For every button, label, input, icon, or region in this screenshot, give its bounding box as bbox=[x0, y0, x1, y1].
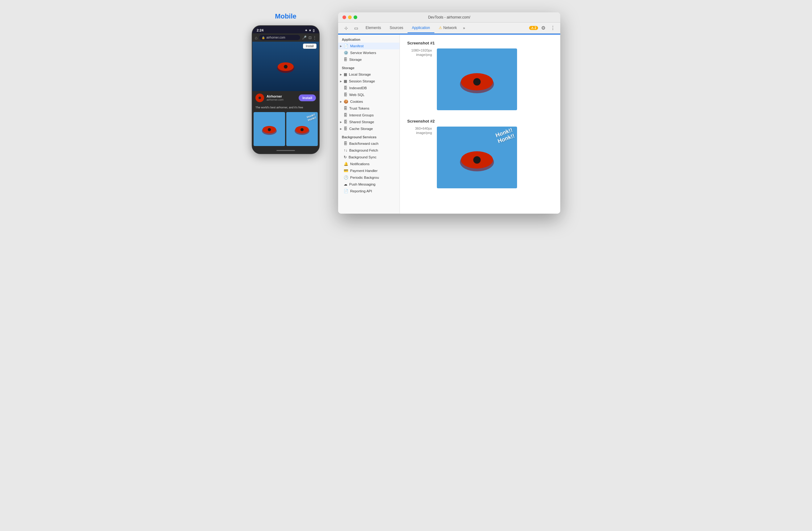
honk-text-overlay: Honk!!Honk!! bbox=[306, 113, 317, 122]
sidebar-storage-label: Storage bbox=[349, 58, 396, 61]
sidebar-item-session-storage[interactable]: ▶ ▦ Session Storage bbox=[338, 78, 400, 85]
sidebar-manifest-label: Manifest bbox=[350, 44, 396, 48]
sidebar-periodic-background-label: Periodic Backgrou bbox=[350, 176, 396, 179]
sidebar-item-indexeddb[interactable]: 🗄 IndexedDB bbox=[338, 85, 400, 92]
phone-airhorn-2 bbox=[293, 122, 311, 136]
sidebar-item-shared-storage[interactable]: ▶ 🗄 Shared Storage bbox=[338, 118, 400, 125]
screenshot-2-honk-text: Honk!!Honk!! bbox=[495, 127, 516, 144]
svg-point-5 bbox=[268, 128, 271, 131]
sidebar-local-storage-label: Local Storage bbox=[349, 72, 396, 76]
manifest-icon: 📄 bbox=[344, 44, 348, 48]
phone-status-bar: 2:24 ✦ ▼ ▯ bbox=[252, 26, 319, 33]
cache-storage-icon: 🗄 bbox=[344, 127, 347, 131]
sidebar-notifications-label: Notifications bbox=[350, 162, 396, 166]
sidebar-application-header: Application bbox=[338, 34, 400, 43]
warning-badge[interactable]: ⚠ 2 bbox=[529, 26, 538, 30]
app-name: Airhorner bbox=[266, 95, 296, 98]
sidebar-storage-header: Storage bbox=[338, 63, 400, 71]
background-fetch-icon: ↑↓ bbox=[344, 148, 347, 153]
sidebar-item-background-fetch[interactable]: ↑↓ Background Fetch bbox=[338, 147, 400, 154]
settings-icon[interactable]: ⚙ bbox=[538, 23, 549, 33]
devtools-titlebar: DevTools - airhorner.com/ bbox=[338, 12, 560, 23]
sidebar-item-reporting-api[interactable]: 📄 Reporting API bbox=[338, 188, 400, 195]
sidebar-back-forward-cache-label: Back/forward cach bbox=[349, 142, 396, 145]
screenshot-2-mime: image/png bbox=[407, 131, 432, 135]
sidebar-item-cookies[interactable]: ▶ 🍪 Cookies bbox=[338, 98, 400, 105]
phone-screenshot-2: Honk!!Honk!! bbox=[286, 112, 318, 146]
install-button[interactable]: Install bbox=[299, 95, 316, 101]
app-icon-dot bbox=[259, 97, 261, 99]
mobile-section: Mobile 2:24 ✦ ▼ ▯ ⌂ 🔒 airhorner.com 🎤 ⊡ … bbox=[252, 12, 320, 154]
tab-network[interactable]: ⚠ Network bbox=[434, 23, 461, 33]
sidebar-item-web-sql[interactable]: 🗄 Web SQL bbox=[338, 92, 400, 98]
phone-time: 2:24 bbox=[257, 28, 263, 32]
notifications-icon: 🔔 bbox=[344, 162, 348, 166]
cookies-icon: 🍪 bbox=[344, 99, 348, 104]
sidebar-trust-tokens-label: Trust Tokens bbox=[349, 107, 396, 110]
sidebar-item-service-workers[interactable]: ⚙️ Service Workers bbox=[338, 50, 400, 56]
sidebar-item-trust-tokens[interactable]: 🗄 Trust Tokens bbox=[338, 105, 400, 112]
sidebar-item-push-messaging[interactable]: ☁ Push Messaging bbox=[338, 181, 400, 188]
sidebar-item-background-sync[interactable]: ↻ Background Sync bbox=[338, 154, 400, 160]
more-tabs-button[interactable]: » bbox=[461, 24, 467, 33]
sidebar-item-back-forward-cache[interactable]: 🗄 Back/forward cach bbox=[338, 140, 400, 147]
more-options-icon[interactable]: ⋮ bbox=[549, 23, 557, 33]
tab-sources[interactable]: Sources bbox=[385, 23, 408, 33]
sidebar-item-interest-groups[interactable]: 🗄 Interest Groups bbox=[338, 112, 400, 118]
devtools-sidebar: Application ▶ 📄 Manifest ⚙️ Service Work… bbox=[338, 34, 400, 214]
cursor-icon[interactable]: ⊹ bbox=[341, 23, 351, 33]
background-sync-icon: ↻ bbox=[344, 155, 347, 159]
svg-point-2 bbox=[284, 65, 288, 69]
close-button[interactable] bbox=[343, 15, 346, 19]
tab-elements[interactable]: Elements bbox=[361, 23, 385, 33]
wifi-icon: ▼ bbox=[308, 29, 311, 32]
minimize-button[interactable] bbox=[348, 15, 352, 19]
airhorn-image bbox=[275, 59, 296, 74]
phone-content-area: Install bbox=[252, 42, 319, 91]
maximize-button[interactable] bbox=[353, 15, 357, 19]
mobile-label: Mobile bbox=[275, 12, 296, 20]
sidebar-interest-groups-label: Interest Groups bbox=[349, 113, 396, 117]
back-forward-cache-icon: 🗄 bbox=[344, 141, 347, 146]
sidebar-item-periodic-background[interactable]: 🕐 Periodic Backgrou bbox=[338, 174, 400, 181]
device-icon[interactable]: ▭ bbox=[351, 23, 361, 33]
sidebar-item-manifest[interactable]: ▶ 📄 Manifest bbox=[338, 43, 400, 50]
sidebar-item-payment-handler[interactable]: 💳 Payment Handler bbox=[338, 167, 400, 174]
tab-application[interactable]: Application bbox=[408, 23, 434, 33]
periodic-background-icon: 🕐 bbox=[344, 176, 348, 180]
lock-icon: 🔒 bbox=[262, 36, 265, 39]
service-workers-icon: ⚙️ bbox=[344, 51, 348, 55]
sidebar-item-cache-storage[interactable]: ▶ 🗄 Cache Storage bbox=[338, 125, 400, 132]
more-icon[interactable]: ⋮ bbox=[313, 36, 317, 40]
sidebar-shared-storage-label: Shared Storage bbox=[349, 120, 396, 124]
payment-handler-icon: 💳 bbox=[344, 169, 348, 173]
sidebar-item-storage[interactable]: 🗄 Storage bbox=[338, 56, 400, 63]
download-icon[interactable]: ⊡ bbox=[308, 36, 311, 40]
storage-icon: 🗄 bbox=[344, 57, 347, 62]
screenshot-2-meta: 360×640px image/png Honk!!Honk!! bbox=[407, 127, 553, 188]
sidebar-item-local-storage[interactable]: ▶ ▦ Local Storage bbox=[338, 71, 400, 78]
sidebar-cookies-label: Cookies bbox=[350, 100, 396, 103]
install-top-button[interactable]: Install bbox=[303, 43, 317, 49]
phone-device: 2:24 ✦ ▼ ▯ ⌂ 🔒 airhorner.com 🎤 ⊡ ⋮ bbox=[252, 25, 320, 154]
cookies-arrow-icon: ▶ bbox=[340, 100, 342, 103]
phone-airhorn-1 bbox=[260, 122, 279, 136]
interest-groups-icon: 🗄 bbox=[344, 113, 347, 117]
devtools-tab-group: Elements Sources Application ⚠ Network bbox=[361, 23, 461, 33]
phone-url-bar[interactable]: 🔒 airhorner.com bbox=[259, 35, 300, 40]
mic-icon[interactable]: 🎤 bbox=[302, 36, 307, 40]
phone-url-text: airhorner.com bbox=[266, 36, 285, 39]
phone-install-banner: Airhorner airhorner.com Install bbox=[252, 91, 319, 104]
install-banner-text: Airhorner airhorner.com bbox=[266, 95, 296, 101]
home-icon[interactable]: ⌂ bbox=[255, 35, 257, 40]
sidebar-cache-storage-label: Cache Storage bbox=[349, 127, 396, 130]
sidebar-item-notifications[interactable]: 🔔 Notifications bbox=[338, 160, 400, 167]
phone-extra-icons: ⊡ ⋮ bbox=[308, 36, 317, 40]
sidebar-service-workers-label: Service Workers bbox=[350, 51, 396, 55]
session-storage-arrow-icon: ▶ bbox=[340, 80, 342, 83]
screenshot-1-meta: 1080×1920px image/png bbox=[407, 48, 553, 110]
phone-bottom-bar bbox=[252, 147, 319, 153]
app-url: airhorner.com bbox=[266, 98, 296, 101]
push-messaging-icon: ☁ bbox=[344, 182, 347, 186]
sidebar-bg-services-header: Background Services bbox=[338, 132, 400, 140]
